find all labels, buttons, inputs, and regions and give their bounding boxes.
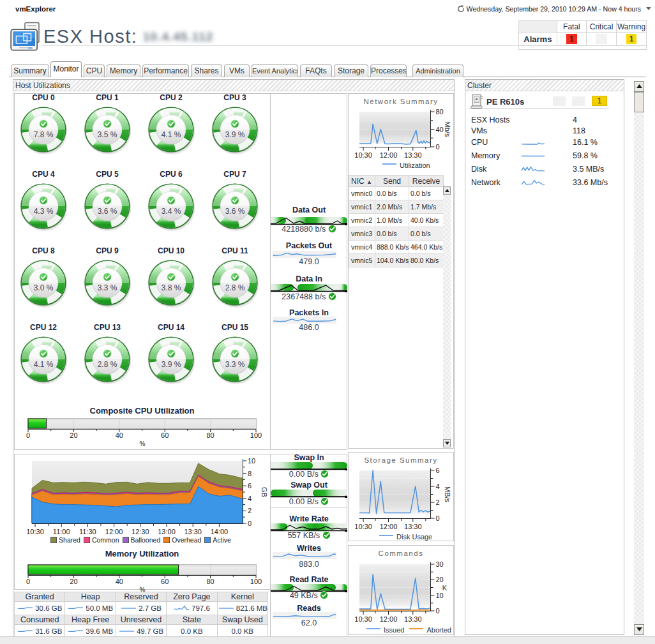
svg-text:10: 10 xyxy=(248,457,255,465)
svg-text:3.6 %: 3.6 % xyxy=(225,207,245,216)
svg-text:2.8 %: 2.8 % xyxy=(225,283,245,292)
svg-text:12:00: 12:00 xyxy=(380,151,398,159)
svg-text:2: 2 xyxy=(248,507,252,514)
svg-text:4: 4 xyxy=(248,495,252,502)
svg-text:12:00: 12:00 xyxy=(380,615,398,623)
svg-text:20: 20 xyxy=(436,576,444,583)
svg-text:13:30: 13:30 xyxy=(184,528,202,535)
svg-text:0: 0 xyxy=(26,431,30,439)
svg-text:3.3 %: 3.3 % xyxy=(225,360,245,369)
svg-text:80: 80 xyxy=(206,578,214,585)
svg-text:3.4 %: 3.4 % xyxy=(162,207,181,216)
svg-text:8: 8 xyxy=(248,470,252,477)
svg-text:14:00: 14:00 xyxy=(211,528,229,535)
svg-text:3.0 %: 3.0 % xyxy=(34,283,54,292)
svg-text:13:30: 13:30 xyxy=(404,615,422,623)
svg-text:0: 0 xyxy=(436,514,440,522)
svg-text:13:00: 13:00 xyxy=(158,528,176,535)
svg-text:100: 100 xyxy=(250,578,262,585)
svg-text:3.8 %: 3.8 % xyxy=(162,283,181,292)
svg-text:0: 0 xyxy=(436,607,440,615)
svg-text:GB: GB xyxy=(260,487,268,497)
svg-text:40: 40 xyxy=(436,126,444,133)
svg-text:4: 4 xyxy=(436,483,440,490)
svg-text:10:30: 10:30 xyxy=(354,615,372,623)
svg-text:12:00: 12:00 xyxy=(105,528,123,535)
svg-text:60: 60 xyxy=(161,431,169,439)
svg-text:6: 6 xyxy=(248,482,252,490)
svg-text:2: 2 xyxy=(436,498,440,506)
svg-text:4.1 %: 4.1 % xyxy=(34,360,54,369)
svg-text:10:30: 10:30 xyxy=(354,523,372,530)
svg-text:80: 80 xyxy=(206,431,214,439)
svg-text:0: 0 xyxy=(248,520,252,527)
svg-text:10:30: 10:30 xyxy=(26,528,44,535)
svg-text:40: 40 xyxy=(116,578,123,585)
svg-text:0: 0 xyxy=(436,143,440,151)
svg-text:Mb/s: Mb/s xyxy=(444,122,451,137)
svg-text:3.3 %: 3.3 % xyxy=(98,283,117,292)
svg-text:3.9 %: 3.9 % xyxy=(162,360,181,369)
svg-text:3.9 %: 3.9 % xyxy=(225,130,245,139)
svg-text:0: 0 xyxy=(26,578,30,585)
svg-text:30: 30 xyxy=(436,560,444,568)
svg-text:20: 20 xyxy=(70,431,77,439)
svg-text:6: 6 xyxy=(436,467,440,474)
svg-text:K: K xyxy=(442,584,448,592)
svg-text:MB/s: MB/s xyxy=(444,486,451,503)
svg-text:13:30: 13:30 xyxy=(404,523,422,530)
svg-text:12:00: 12:00 xyxy=(380,523,398,530)
svg-text:3.5 %: 3.5 % xyxy=(98,130,117,139)
svg-text:10: 10 xyxy=(436,592,444,599)
svg-text:11:00: 11:00 xyxy=(53,528,70,535)
svg-text:2.8 %: 2.8 % xyxy=(98,360,117,369)
svg-text:13:30: 13:30 xyxy=(404,151,422,159)
svg-text:40: 40 xyxy=(116,431,123,439)
svg-text:4.3 %: 4.3 % xyxy=(34,207,54,216)
svg-text:4.1 %: 4.1 % xyxy=(162,130,181,139)
svg-text:11:30: 11:30 xyxy=(79,528,96,535)
svg-text:7.8 %: 7.8 % xyxy=(34,130,54,139)
svg-text:20: 20 xyxy=(70,578,77,585)
svg-text:12:30: 12:30 xyxy=(132,528,149,535)
svg-text:10:30: 10:30 xyxy=(354,151,372,159)
svg-text:60: 60 xyxy=(161,578,169,585)
svg-text:80: 80 xyxy=(436,108,444,116)
svg-text:100: 100 xyxy=(250,431,262,439)
svg-text:%: % xyxy=(140,440,146,447)
svg-text:3.6 %: 3.6 % xyxy=(98,207,117,216)
